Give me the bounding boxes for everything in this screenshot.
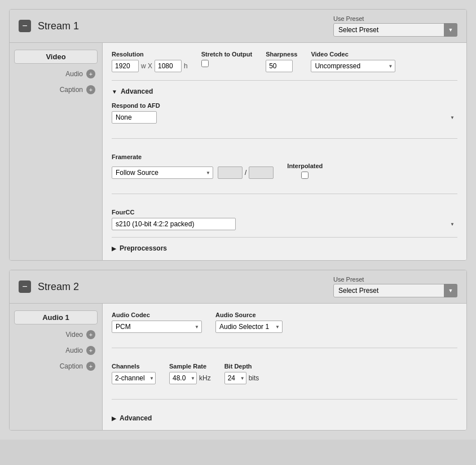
stream2-bit-depth-select-wrapper: 24: [224, 372, 246, 384]
stream1-preprocessors-label: Preprocessors: [120, 244, 167, 252]
stream2-remove-button[interactable]: [19, 280, 31, 293]
stream2-audio-source-select[interactable]: Audio Selector 1: [215, 321, 283, 333]
stream1-framerate-select-wrapper: Follow Source: [112, 166, 213, 179]
stream2-sample-rate-select[interactable]: 48.0: [169, 372, 197, 384]
stream1-sharpness-input[interactable]: [266, 60, 293, 72]
stream2-audio-label: Audio: [65, 346, 83, 354]
stream1-stretch-group: Stretch to Output: [201, 51, 252, 67]
stream1-sharpness-label: Sharpness: [266, 51, 297, 58]
stream2-body: Audio 1 Video Audio Caption: [10, 303, 466, 430]
stream2-bit-depth-group: Bit Depth 24 bits: [224, 363, 259, 384]
stream1-framerate-num1[interactable]: [218, 166, 243, 179]
stream1-remove-button[interactable]: [19, 20, 31, 32]
stream2-preset-select[interactable]: Select Preset: [333, 284, 457, 297]
stream2-channels-label: Channels: [112, 363, 156, 370]
stream2-audio-source-wrapper: Audio Selector 1: [215, 321, 283, 333]
stream2-audio-source-label: Audio Source: [215, 312, 283, 318]
stream2-divider1: [112, 348, 457, 348]
stream1-audio-item[interactable]: Audio: [14, 68, 98, 80]
stream1-framerate-label: Framerate: [112, 153, 457, 160]
stream2-main: Audio Codec PCM Audio Source: [103, 304, 466, 430]
stream2-caption-item[interactable]: Caption: [14, 361, 98, 372]
stream1-caption-add-icon[interactable]: [86, 85, 95, 94]
stream1-preprocessors-arrow: ▶: [112, 245, 116, 252]
stream2-bit-depth-unit: bits: [249, 374, 259, 382]
stream1-framerate-select[interactable]: Follow Source: [112, 166, 213, 179]
stream2-video-item[interactable]: Video: [14, 329, 98, 340]
stream1-preset-select[interactable]: Select Preset: [333, 23, 457, 37]
stream2-sample-rate-label: Sample Rate: [169, 363, 211, 370]
stream1-video-tab[interactable]: Video: [14, 50, 98, 64]
stream2-bit-depth-row: 24 bits: [224, 372, 259, 384]
stream1-fourcc-select-wrapper: s210 (10-bit 4:2:2 packed): [112, 218, 457, 230]
stream1-preprocessors-toggle[interactable]: ▶ Preprocessors: [112, 244, 457, 252]
stream2-audio-add-icon[interactable]: [86, 346, 95, 355]
stream1-divider1: [112, 80, 457, 81]
stream1-resolution-group: Resolution w X h: [112, 51, 188, 72]
stream2-preset-select-wrapper: Select Preset: [333, 284, 457, 297]
stream2-audio-row2: Channels 2-channel Sample Rate: [112, 363, 457, 384]
stream2-video-add-icon[interactable]: [86, 330, 95, 339]
stream2-audio-codec-select[interactable]: PCM: [112, 321, 202, 333]
stream1-codec-label: Video Codec: [311, 51, 395, 58]
stream1-framerate-group: Framerate Follow Source /: [112, 153, 457, 179]
stream1-divider4: [112, 237, 457, 238]
stream1-resolution-label: Resolution: [112, 51, 188, 58]
stream1-advanced-label: Advanced: [121, 87, 153, 95]
stream1-resolution-row: w X h: [112, 60, 188, 72]
stream1-codec-select-wrapper: Uncompressed: [311, 60, 395, 72]
stream2-channels-row: 2-channel: [112, 372, 156, 384]
stream1-resolution-height[interactable]: [155, 60, 182, 72]
stream1-interpolated-group: Interpolated: [287, 163, 323, 179]
stream1-resolution-width[interactable]: [112, 60, 139, 72]
stream1-fourcc-select[interactable]: s210 (10-bit 4:2:2 packed): [112, 218, 236, 230]
stream1-main: Resolution w X h Stretch to Output: [103, 43, 466, 260]
stream1-title: Stream 1: [38, 20, 79, 32]
stream2-use-preset-label: Use Preset: [333, 276, 364, 283]
stream1-audio-label: Audio: [65, 70, 83, 78]
stream2-block: Stream 2 Use Preset Select Preset Audio …: [9, 270, 467, 431]
stream2-channels-select-wrapper: 2-channel: [112, 372, 156, 384]
stream1-preprocessors-section: ▶ Preprocessors: [112, 244, 457, 252]
stream1-advanced-content: Respond to AFD None Framerate: [112, 102, 457, 230]
stream2-divider2: [112, 399, 457, 400]
stream1-interpolated-checkbox[interactable]: [287, 172, 323, 179]
stream2-header: Stream 2 Use Preset Select Preset: [10, 270, 466, 303]
stream2-caption-label: Caption: [60, 362, 83, 370]
stream2-advanced-toggle[interactable]: ▶ Advanced: [112, 414, 457, 422]
stream1-divider2: [112, 138, 457, 139]
stream1-advanced-arrow: ▼: [112, 89, 117, 95]
stream1-codec-group: Video Codec Uncompressed: [311, 51, 395, 72]
stream1-framerate-row: Follow Source / Interpolated: [112, 163, 457, 179]
stream1-advanced-toggle[interactable]: ▼ Advanced: [112, 87, 457, 95]
stream1-framerate-num2[interactable]: [249, 166, 274, 179]
stream1-caption-item[interactable]: Caption: [14, 84, 98, 95]
stream1-stretch-label: Stretch to Output: [201, 51, 252, 58]
stream1-header: Stream 1 Use Preset Select Preset: [10, 10, 466, 42]
stream1-framerate-inputs: /: [218, 166, 274, 179]
stream2-audio1-tab[interactable]: Audio 1: [14, 310, 98, 324]
stream1-video-fields: Resolution w X h Stretch to Output: [112, 51, 457, 72]
stream2-audio-row1: Audio Codec PCM Audio Source: [112, 312, 457, 333]
stream1-preset-group: Use Preset Select Preset: [333, 15, 457, 37]
stream1-afd-select-wrapper: None: [112, 111, 457, 124]
stream1-divider3: [112, 194, 457, 194]
stream1-resolution-sep2: h: [184, 62, 188, 70]
stream2-audio-item[interactable]: Audio: [14, 345, 98, 356]
stream2-caption-add-icon[interactable]: [86, 362, 95, 371]
stream1-audio-add-icon[interactable]: [86, 69, 95, 78]
stream1-use-preset-label: Use Preset: [333, 15, 364, 22]
stream1-fourcc-label: FourCC: [112, 209, 457, 216]
stream1-preset-select-wrapper: Select Preset: [333, 23, 457, 37]
stream1-stretch-checkbox-row: [201, 60, 252, 67]
stream1-afd-select[interactable]: None: [112, 111, 157, 124]
stream2-channels-select[interactable]: 2-channel: [112, 372, 156, 384]
stream1-afd-label: Respond to AFD: [112, 102, 457, 109]
stream2-advanced-arrow: ▶: [112, 415, 116, 422]
stream1-sidebar: Video Audio Caption: [10, 43, 103, 260]
stream2-bit-depth-select[interactable]: 24: [224, 372, 246, 384]
stream2-advanced-label: Advanced: [120, 414, 152, 422]
stream1-stretch-checkbox[interactable]: [201, 60, 209, 67]
stream1-resolution-sep1: w X: [141, 62, 152, 70]
stream1-codec-select[interactable]: Uncompressed: [311, 60, 395, 72]
